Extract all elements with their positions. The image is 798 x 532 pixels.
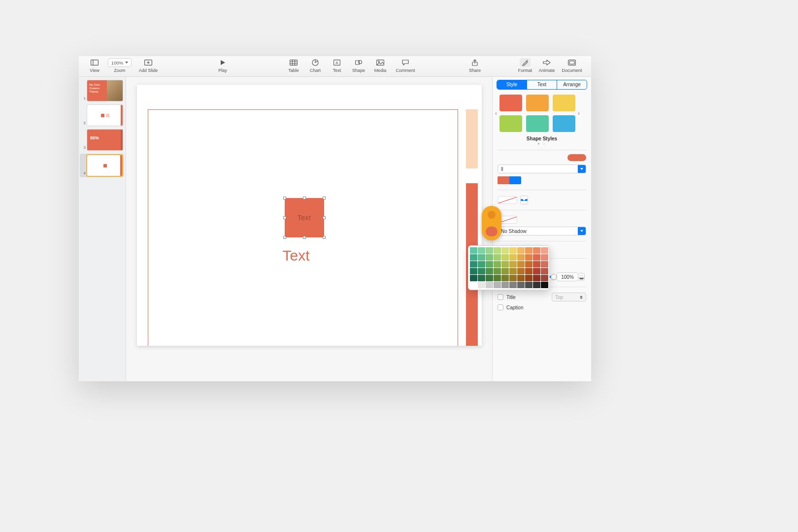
title-checkbox[interactable]	[498, 294, 503, 300]
play-button[interactable]: Play	[212, 58, 233, 73]
resize-handle[interactable]	[283, 197, 286, 200]
palette-color[interactable]	[517, 268, 525, 274]
palette-color[interactable]	[525, 268, 532, 274]
resize-handle[interactable]	[323, 216, 326, 219]
palette-color[interactable]	[533, 247, 540, 254]
style-swatch[interactable]	[499, 115, 522, 132]
palette-color[interactable]	[470, 268, 477, 274]
style-next[interactable]: ›	[575, 110, 582, 117]
style-swatch[interactable]	[526, 115, 549, 132]
palette-color[interactable]	[494, 282, 501, 288]
caption-checkbox[interactable]	[498, 304, 503, 310]
palette-color[interactable]	[517, 247, 525, 254]
palette-color[interactable]	[525, 254, 532, 261]
style-swatch[interactable]	[526, 95, 549, 111]
palette-color[interactable]	[541, 247, 548, 254]
palette-color[interactable]	[470, 261, 477, 267]
palette-color[interactable]	[501, 268, 509, 274]
style-prev[interactable]: ‹	[493, 110, 499, 117]
palette-color[interactable]	[486, 247, 493, 254]
comment-button[interactable]: Comment	[391, 58, 420, 73]
palette-color[interactable]	[541, 282, 548, 288]
share-button[interactable]: Share	[464, 58, 486, 73]
eyedropper-callout[interactable]	[482, 206, 501, 240]
opacity-field[interactable]: 100%	[557, 272, 578, 281]
palette-color[interactable]	[486, 268, 493, 274]
border-style-select[interactable]	[520, 196, 528, 204]
fill-color-well[interactable]	[498, 176, 521, 184]
slide[interactable]: Text Text	[137, 85, 482, 346]
palette-color[interactable]	[509, 247, 517, 254]
tab-arrange[interactable]: Arrange	[557, 80, 587, 89]
palette-color[interactable]	[486, 254, 493, 261]
inspector-tabs[interactable]: Style Text Arrange	[497, 80, 587, 90]
slide-navigator[interactable]: 1 My Own Custom Theme 2	[79, 77, 126, 381]
palette-color[interactable]	[501, 247, 509, 254]
palette-color[interactable]	[478, 268, 485, 274]
canvas[interactable]: Text Text	[126, 77, 493, 381]
palette-color[interactable]	[509, 268, 517, 274]
resize-handle[interactable]	[303, 197, 306, 200]
palette-color[interactable]	[533, 268, 540, 274]
style-swatch[interactable]	[553, 115, 575, 132]
palette-color[interactable]	[509, 282, 517, 288]
tab-text[interactable]: Text	[527, 80, 557, 89]
palette-color[interactable]	[509, 261, 517, 267]
zoom-control[interactable]: 100% Zoom	[105, 58, 134, 73]
palette-color[interactable]	[533, 261, 540, 267]
palette-color[interactable]	[541, 275, 548, 281]
selected-shape[interactable]: Text	[285, 198, 324, 237]
resize-handle[interactable]	[323, 236, 326, 239]
palette-color[interactable]	[478, 254, 485, 261]
palette-color[interactable]	[517, 282, 525, 288]
resize-handle[interactable]	[283, 216, 286, 219]
palette-color[interactable]	[525, 282, 532, 288]
palette-color[interactable]	[517, 261, 525, 267]
thumbnail-2[interactable]	[87, 104, 123, 126]
select-toggle-icon[interactable]	[578, 165, 586, 173]
palette-color[interactable]	[494, 275, 501, 281]
palette-color[interactable]	[470, 254, 477, 261]
select-toggle-icon[interactable]	[578, 227, 586, 235]
style-swatch[interactable]	[553, 95, 575, 111]
palette-color[interactable]	[533, 254, 540, 261]
palette-color[interactable]	[501, 254, 509, 261]
text-button[interactable]: A Text	[326, 58, 348, 73]
palette-color[interactable]	[470, 247, 477, 254]
palette-color[interactable]	[494, 268, 501, 274]
palette-color[interactable]	[541, 254, 548, 261]
palette-color[interactable]	[533, 282, 540, 288]
style-swatch[interactable]	[499, 95, 522, 111]
tab-style[interactable]: Style	[497, 80, 527, 89]
text-caption[interactable]: Text	[283, 247, 310, 264]
palette-color[interactable]	[517, 254, 525, 261]
palette-color[interactable]	[478, 282, 485, 288]
palette-color[interactable]	[470, 282, 477, 288]
color-palette-popover[interactable]	[468, 245, 550, 290]
fill-type-select[interactable]: ll	[498, 165, 586, 173]
palette-color[interactable]	[470, 275, 477, 281]
opacity-stepper[interactable]	[579, 273, 585, 281]
palette-color[interactable]	[478, 247, 485, 254]
palette-color[interactable]	[501, 275, 509, 281]
resize-handle[interactable]	[283, 236, 286, 239]
view-button[interactable]: View	[84, 58, 105, 73]
palette-color[interactable]	[501, 261, 509, 267]
palette-color[interactable]	[494, 254, 501, 261]
palette-color[interactable]	[478, 275, 485, 281]
chart-button[interactable]: Chart	[304, 58, 326, 73]
palette-color[interactable]	[478, 261, 485, 267]
palette-color[interactable]	[525, 247, 532, 254]
palette-color[interactable]	[525, 261, 532, 267]
palette-color[interactable]	[517, 275, 525, 281]
palette-color[interactable]	[525, 275, 532, 281]
media-button[interactable]: Media	[369, 58, 391, 73]
palette-color[interactable]	[501, 282, 509, 288]
decorative-bar-top[interactable]	[466, 109, 478, 168]
shape-button[interactable]: Shape	[348, 58, 369, 73]
format-button[interactable]: Format	[514, 58, 536, 73]
palette-color[interactable]	[494, 247, 501, 254]
thumbnail-4[interactable]	[87, 155, 123, 176]
title-position-select[interactable]: Top	[552, 293, 586, 301]
palette-color[interactable]	[486, 261, 493, 267]
